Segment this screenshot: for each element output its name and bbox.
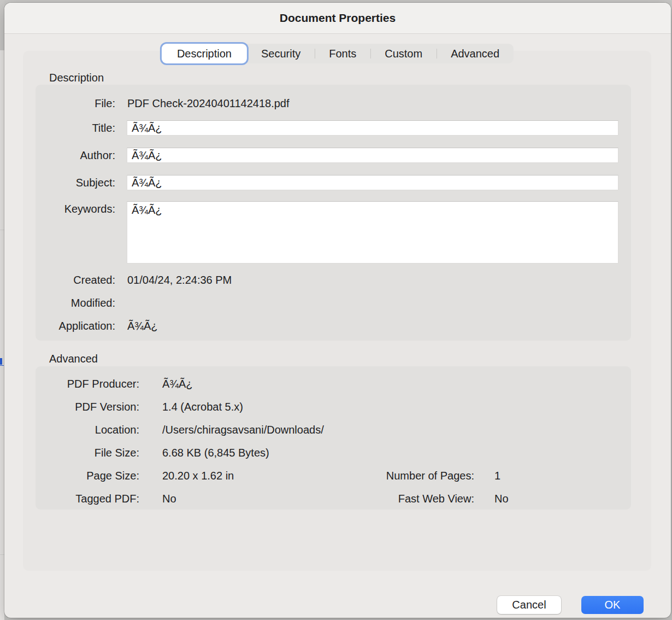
description-section-heading: Description — [49, 72, 104, 84]
properties-tabstrip: Description Security Fonts Custom Advanc… — [162, 44, 514, 63]
tab-security[interactable]: Security — [247, 44, 315, 63]
ok-button[interactable]: OK — [581, 596, 644, 614]
tab-custom[interactable]: Custom — [370, 44, 437, 63]
page-size-label: Page Size: — [36, 469, 139, 482]
pdf-producer-label: PDF Producer: — [36, 377, 139, 390]
document-properties-dialog: Document Properties Description Security… — [4, 3, 671, 618]
title-input[interactable] — [127, 120, 618, 136]
number-of-pages-label: Number of Pages: — [352, 469, 474, 482]
advanced-section-heading: Advanced — [49, 353, 98, 365]
author-input[interactable] — [127, 148, 618, 163]
dialog-title: Document Properties — [280, 11, 396, 25]
created-value: 01/04/24, 2:24:36 PM — [127, 273, 232, 286]
keywords-textarea[interactable]: Ã¾Ã¿ — [127, 201, 618, 264]
background-link-fragment — [0, 358, 2, 365]
author-label: Author: — [36, 149, 115, 162]
tab-description[interactable]: Description — [162, 44, 247, 63]
description-tab-panel: Description File: PDF Check-202404011424… — [23, 51, 651, 571]
cancel-button[interactable]: Cancel — [497, 596, 561, 614]
number-of-pages-value: 1 — [494, 469, 500, 482]
file-size-label: File Size: — [36, 446, 139, 459]
background-divider — [0, 230, 4, 230]
fast-web-view-label: Fast Web View: — [352, 492, 474, 505]
location-label: Location: — [36, 423, 139, 436]
pdf-producer-value: Ã¾Ã¿ — [162, 377, 193, 390]
advanced-groupbox: PDF Producer: Ã¾Ã¿ PDF Version: 1.4 (Acr… — [36, 366, 631, 510]
background-link-underline — [0, 365, 4, 366]
tab-fonts[interactable]: Fonts — [315, 44, 370, 63]
title-label: Title: — [36, 121, 115, 134]
location-value: /Users/chiragsavsani/Downloads/ — [162, 423, 324, 436]
background-divider — [0, 554, 4, 555]
background-window-sliver — [0, 0, 4, 620]
pdf-version-value: 1.4 (Acrobat 5.x) — [162, 400, 243, 413]
created-label: Created: — [36, 273, 115, 286]
fast-web-view-value: No — [494, 492, 509, 505]
background-window-toolbar — [0, 0, 4, 50]
subject-label: Subject: — [36, 176, 115, 189]
pdf-version-label: PDF Version: — [36, 400, 139, 413]
file-size-value: 6.68 KB (6,845 Bytes) — [162, 446, 269, 459]
subject-input[interactable] — [127, 175, 618, 190]
description-groupbox: File: PDF Check-20240401142418.pdf Title… — [36, 85, 631, 341]
file-label: File: — [36, 97, 115, 110]
modified-label: Modified: — [36, 296, 115, 309]
application-label: Application: — [36, 319, 115, 332]
tab-advanced[interactable]: Advanced — [437, 44, 514, 63]
keywords-label: Keywords: — [36, 202, 115, 215]
file-value: PDF Check-20240401142418.pdf — [127, 97, 290, 110]
dialog-titlebar: Document Properties — [4, 3, 671, 34]
application-value: Ã¾Ã¿ — [127, 319, 158, 332]
tagged-pdf-label: Tagged PDF: — [36, 492, 139, 505]
tagged-pdf-value: No — [162, 492, 176, 505]
page-size-value: 20.20 x 1.62 in — [162, 469, 234, 482]
